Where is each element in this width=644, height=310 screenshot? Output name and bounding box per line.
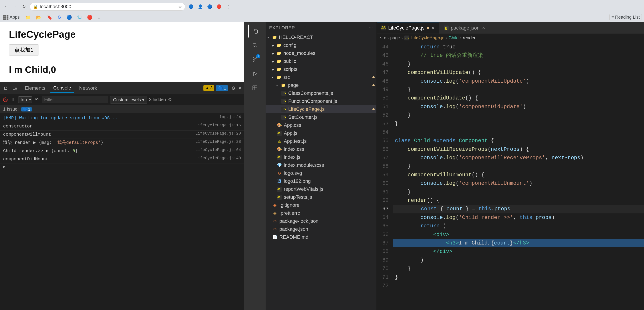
tab-packagejson[interactable]: {} package.json ✕ xyxy=(439,22,490,34)
console-link-1[interactable]: LifeCyclePage.js:16 xyxy=(196,123,241,128)
tree-scripts-arrow: ▶ xyxy=(272,68,276,71)
tree-classcomponents-label: ClassComponents.js xyxy=(288,90,333,96)
breadcrumb-src[interactable]: src xyxy=(380,35,386,40)
code-content[interactable]: return true // true 的话会重新渲染 } componentW… xyxy=(392,42,644,310)
tree-item-lifecyclepage[interactable]: JS LifeCyclePage.js xyxy=(266,105,376,113)
tab-packagejson-close[interactable]: ✕ xyxy=(482,26,485,30)
address-bar[interactable]: 🔒 localhost:3000 ☆ xyxy=(30,3,185,11)
console-interactive-arrow[interactable]: ▶ xyxy=(0,164,244,170)
tree-item-logosvg[interactable]: ⚙ logo.svg xyxy=(266,169,376,177)
pause-button[interactable]: ⏸ xyxy=(10,96,16,103)
tree-root[interactable]: ▾ 📁 HELLO-REACT xyxy=(266,33,376,41)
file-functioncomponent-icon: JS xyxy=(281,99,287,104)
tree-item-setcounter[interactable]: JS SetCounter.js xyxy=(266,113,376,121)
explorer-activity-icon[interactable] xyxy=(248,24,262,38)
more-btn[interactable]: ⋮ xyxy=(224,3,232,11)
files-bookmark[interactable]: 📁 xyxy=(24,14,32,20)
tree-item-indexcss[interactable]: 🎨 index.css xyxy=(266,145,376,153)
bookmark-2[interactable]: 🔖 xyxy=(46,14,53,20)
tree-item-page[interactable]: ▾ 📁 page xyxy=(266,81,376,89)
bookmark-5[interactable]: 🔴 xyxy=(86,14,94,20)
tree-item-public[interactable]: ▶ 📁 public xyxy=(266,57,376,65)
forward-button[interactable]: → xyxy=(11,3,19,11)
extension-btn-2[interactable]: 👤 xyxy=(196,3,204,11)
console-link-3[interactable]: LifeCyclePage.js:28 xyxy=(196,140,241,144)
breadcrumb-child[interactable]: Child xyxy=(448,35,459,40)
extension-btn-4[interactable]: 🔴 xyxy=(215,3,223,11)
breadcrumb-page[interactable]: page xyxy=(390,35,400,40)
folder-src-icon: 📁 xyxy=(276,75,282,80)
console-line-1: constructor LifeCyclePage.js:16 xyxy=(0,122,244,130)
code-line-49: } xyxy=(392,86,644,94)
extension-btn-3[interactable]: 🔵 xyxy=(206,3,214,11)
clear-console-button[interactable]: 🚫 xyxy=(2,96,8,103)
code-line-57: console.log('componentWillReceiveProps',… xyxy=(392,154,644,162)
tree-item-readme[interactable]: 📄 README.md xyxy=(266,233,376,241)
device-icon[interactable] xyxy=(11,84,18,92)
apps-icon xyxy=(3,15,8,20)
devtools-toolbar-icons xyxy=(2,84,18,92)
tree-item-appjs[interactable]: JS App.js xyxy=(266,129,376,137)
tree-indexcss-label: index.css xyxy=(284,146,304,152)
tree-item-apptest[interactable]: ⚠ App.test.js xyxy=(266,137,376,145)
back-button[interactable]: ← xyxy=(2,3,10,11)
bookmark-4[interactable]: 知 xyxy=(76,14,82,21)
search-activity-icon[interactable] xyxy=(248,39,262,52)
tab-elements[interactable]: Elements xyxy=(21,84,49,92)
refresh-button[interactable]: ↻ xyxy=(20,3,28,11)
console-settings-icon[interactable]: ⚙ xyxy=(168,97,172,102)
increment-button[interactable]: 点我加1 xyxy=(9,44,39,56)
issues-bar: 1 Issue: 🔵 1 xyxy=(0,105,244,113)
tree-item-scripts[interactable]: ▶ 📁 scripts xyxy=(266,65,376,73)
extensions-activity-icon[interactable] xyxy=(248,81,262,94)
tree-item-indexjs[interactable]: JS index.js xyxy=(266,153,376,161)
tab-lifecyclepage-close[interactable]: ✕ xyxy=(431,26,434,30)
tree-item-config[interactable]: ▶ 📁 config xyxy=(266,41,376,49)
code-line-65: return ( xyxy=(392,222,644,230)
code-line-53: } xyxy=(392,120,644,128)
custom-levels-button[interactable]: Custom levels ▾ xyxy=(110,96,147,104)
extension-btn-1[interactable]: 🔵 xyxy=(187,3,195,11)
inspect-icon[interactable] xyxy=(2,84,9,92)
breadcrumb-file[interactable]: JS LifeCyclePage.js xyxy=(404,35,444,40)
close-devtools-icon[interactable]: ✕ xyxy=(238,86,242,91)
run-activity-icon[interactable] xyxy=(248,67,262,80)
tree-config-label: config xyxy=(283,42,296,48)
tree-item-classcomponents[interactable]: JS ClassComponents.js xyxy=(266,89,376,97)
console-link-0[interactable]: log.js:24 xyxy=(220,115,241,119)
context-select[interactable]: top xyxy=(18,96,32,103)
line-58: 58 xyxy=(377,162,388,170)
console-link-2[interactable]: LifeCyclePage.js:20 xyxy=(196,131,241,136)
tree-item-packagelock[interactable]: ⚙ package-lock.json xyxy=(266,217,376,225)
eye-icon[interactable]: 👁 xyxy=(34,96,40,103)
filter-input[interactable] xyxy=(42,96,108,103)
explorer-menu-icon[interactable]: ··· xyxy=(369,25,373,31)
more-bookmarks[interactable]: » xyxy=(97,14,101,20)
main-area: LifeCyclePage 点我加1 I m Child,0 Elements … xyxy=(0,22,644,310)
apps-bookmark[interactable]: Apps xyxy=(2,14,21,20)
bookmark-3[interactable]: 🔵 xyxy=(66,14,73,20)
tree-item-webvitals[interactable]: JS reportWebVitals.js xyxy=(266,185,376,193)
tree-item-gitignore[interactable]: ◆ .gitignore xyxy=(266,201,376,209)
tab-network[interactable]: Network xyxy=(76,84,100,92)
tree-item-src[interactable]: ▾ 📁 src xyxy=(266,73,376,81)
tree-item-appcss[interactable]: 🎨 App.css xyxy=(266,121,376,129)
console-link-4[interactable]: LifeCyclePage.js:64 xyxy=(196,148,241,152)
tree-item-node-modules[interactable]: ▶ 📁 node_modules xyxy=(266,49,376,57)
source-control-activity-icon[interactable]: 1 xyxy=(248,53,262,66)
tree-item-prettierrc[interactable]: ◈ .prettierrc xyxy=(266,209,376,217)
tree-item-logo192[interactable]: 🖼 logo192.png xyxy=(266,177,376,185)
console-link-5[interactable]: LifeCyclePage.js:40 xyxy=(196,156,241,160)
settings-icon[interactable]: ⚙ xyxy=(232,86,236,91)
tree-item-indexscss[interactable]: 💎 index.module.scss xyxy=(266,161,376,169)
folder-bookmark[interactable]: 📂 xyxy=(35,14,42,20)
tree-item-setuptests[interactable]: JS setupTests.js xyxy=(266,193,376,201)
breadcrumb-render[interactable]: render xyxy=(463,35,476,40)
tab-console[interactable]: Console xyxy=(50,84,75,92)
reading-list-bookmark[interactable]: ≡ Reading List xyxy=(609,14,642,20)
tab-lifecyclepage[interactable]: JS LifeCyclePage.js ✕ xyxy=(377,22,439,34)
google-bookmark[interactable]: G xyxy=(57,14,62,20)
tree-item-functioncomponent[interactable]: JS FunctionComponent.js xyxy=(266,97,376,105)
right-side: 1 EXPLORER ··· ▾ 📁 HELLO-REACT xyxy=(244,22,644,310)
tree-item-packagejson[interactable]: ⚙ package.json xyxy=(266,225,376,233)
